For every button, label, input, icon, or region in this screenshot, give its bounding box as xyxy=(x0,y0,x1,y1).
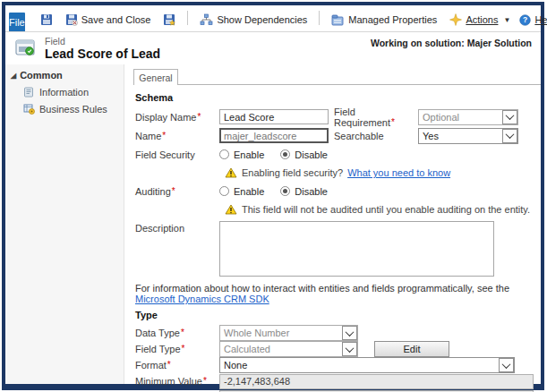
auditing-label: Auditing* xyxy=(135,186,219,197)
tab-divider xyxy=(133,84,541,85)
sidebar: ◢ Common Information Business Rules xyxy=(5,64,124,384)
minimum-value-row: Minimum Value* -2,147,483,648 xyxy=(135,373,534,389)
show-dependencies-button[interactable]: Show Dependencies xyxy=(195,11,312,29)
required-indicator: * xyxy=(172,186,175,196)
managed-properties-icon xyxy=(331,14,345,26)
dropdown-arrow-icon[interactable] xyxy=(499,358,514,372)
description-row: Description xyxy=(135,221,534,277)
searchable-select[interactable]: Yes xyxy=(418,128,518,144)
field-type-row: Field Type* Calculated Edit xyxy=(135,341,534,357)
svg-text:?: ? xyxy=(523,15,527,24)
minimum-value-label: Minimum Value* xyxy=(135,376,219,387)
toolbar-separator xyxy=(319,11,320,25)
field-security-disable-radio[interactable]: Disable xyxy=(280,149,328,160)
sidebar-group-label: Common xyxy=(20,70,63,81)
field-security-warning: Enabling field security? What you need t… xyxy=(135,164,534,182)
entity-type-label: Field xyxy=(45,36,160,47)
data-type-label: Data Type* xyxy=(135,328,219,338)
tab-general[interactable]: General xyxy=(133,69,178,85)
actions-caret-icon: ▼ xyxy=(503,16,510,24)
sdk-link[interactable]: Microsoft Dynamics CRM SDK xyxy=(135,294,269,304)
name-row: Name* majer_leadscore Searchable Yes xyxy=(135,126,534,145)
save-and-close-icon xyxy=(65,13,78,26)
description-label: Description xyxy=(135,221,219,234)
display-name-input[interactable]: Lead Score xyxy=(219,109,329,124)
save-and-close-label: Save and Close xyxy=(81,14,151,25)
business-rules-icon xyxy=(23,104,35,115)
actions-label: Actions xyxy=(466,14,498,25)
radio-selected-icon[interactable] xyxy=(280,149,290,159)
sdk-note-text: For information about how to interact wi… xyxy=(135,283,509,294)
required-indicator: * xyxy=(391,117,395,127)
format-select[interactable]: None xyxy=(219,357,515,373)
data-type-select[interactable]: Whole Number xyxy=(219,325,358,341)
description-textarea[interactable] xyxy=(219,221,494,277)
app-window: File Save and Close Show Dependencies Ma… xyxy=(2,2,544,390)
managed-properties-label: Managed Properties xyxy=(348,14,437,25)
actions-icon xyxy=(449,13,462,26)
sidebar-group-common[interactable]: ◢ Common xyxy=(11,70,120,81)
save-and-new-icon xyxy=(163,13,175,26)
field-requirement-select[interactable]: Optional xyxy=(418,109,518,125)
sidebar-item-information[interactable]: Information xyxy=(23,87,120,98)
display-name-row: Display Name* Lead Score Field Requireme… xyxy=(135,107,534,126)
sidebar-item-label: Business Rules xyxy=(39,104,107,115)
page-title: Lead Score of Lead xyxy=(45,47,160,61)
security-warning-link[interactable]: What you need to know xyxy=(347,167,450,178)
auditing-disable-radio[interactable]: Disable xyxy=(280,186,328,197)
minimum-value-input: -2,147,483,648 xyxy=(219,374,534,389)
file-menu-button[interactable]: File xyxy=(9,13,25,31)
dropdown-arrow-icon[interactable] xyxy=(342,342,357,356)
auditing-row: Auditing* Enable Disable xyxy=(135,182,534,200)
save-and-new-button[interactable] xyxy=(158,11,180,29)
searchable-label: Searchable xyxy=(334,131,418,141)
save-icon xyxy=(40,13,53,26)
sdk-note: For information about how to interact wi… xyxy=(135,283,534,304)
toolbar-separator xyxy=(187,11,188,25)
tab-strip: General xyxy=(133,68,534,85)
format-label: Format* xyxy=(135,360,219,371)
required-indicator: * xyxy=(167,360,171,370)
actions-button[interactable]: Actions ▼ xyxy=(445,11,515,29)
information-icon xyxy=(23,87,35,98)
toolbar: File Save and Close Show Dependencies Ma… xyxy=(5,5,541,32)
help-icon: ? xyxy=(519,14,531,26)
required-indicator: * xyxy=(182,344,185,354)
required-indicator: * xyxy=(197,112,201,122)
auditing-warning: This field will not be audited until you… xyxy=(135,200,534,218)
name-input[interactable]: majer_leadscore xyxy=(219,128,329,143)
tree-expander-icon[interactable]: ◢ xyxy=(11,72,16,80)
managed-properties-button[interactable]: Managed Properties xyxy=(327,12,441,29)
field-type-select[interactable]: Calculated xyxy=(219,341,358,357)
record-titles: Field Lead Score of Lead xyxy=(45,36,160,64)
dropdown-arrow-icon[interactable] xyxy=(502,129,517,143)
name-label: Name* xyxy=(135,131,219,141)
type-section-header: Type xyxy=(135,310,534,320)
save-and-close-button[interactable]: Save and Close xyxy=(61,11,156,29)
working-on-solution-label: Working on solution: Majer Solution xyxy=(371,36,532,64)
radio-selected-icon[interactable] xyxy=(280,186,290,196)
help-button[interactable]: ? Help ▼ xyxy=(515,12,547,29)
help-label: Help xyxy=(534,14,547,25)
record-header: Field Lead Score of Lead Working on solu… xyxy=(5,32,541,64)
field-security-label: Field Security xyxy=(135,149,219,160)
field-requirement-label: Field Requirement* xyxy=(334,107,418,128)
dropdown-arrow-icon[interactable] xyxy=(342,326,357,340)
schema-section-header: Schema xyxy=(135,92,534,103)
radio-icon[interactable] xyxy=(219,149,229,159)
radio-icon[interactable] xyxy=(219,186,229,196)
field-security-row: Field Security Enable Disable xyxy=(135,145,534,164)
warning-icon xyxy=(225,204,237,215)
edit-button[interactable]: Edit xyxy=(374,341,449,357)
field-security-enable-radio[interactable]: Enable xyxy=(219,149,264,160)
dropdown-arrow-icon[interactable] xyxy=(502,110,517,124)
required-indicator: * xyxy=(181,328,184,337)
sidebar-item-business-rules[interactable]: Business Rules xyxy=(23,104,120,115)
warning-icon xyxy=(225,167,237,178)
save-button[interactable] xyxy=(36,11,57,29)
auditing-enable-radio[interactable]: Enable xyxy=(219,186,264,197)
field-type-label: Field Type* xyxy=(135,344,219,354)
field-entity-icon xyxy=(14,38,38,59)
required-indicator: * xyxy=(162,131,166,141)
auditing-warning-text: This field will not be audited until you… xyxy=(242,204,530,215)
